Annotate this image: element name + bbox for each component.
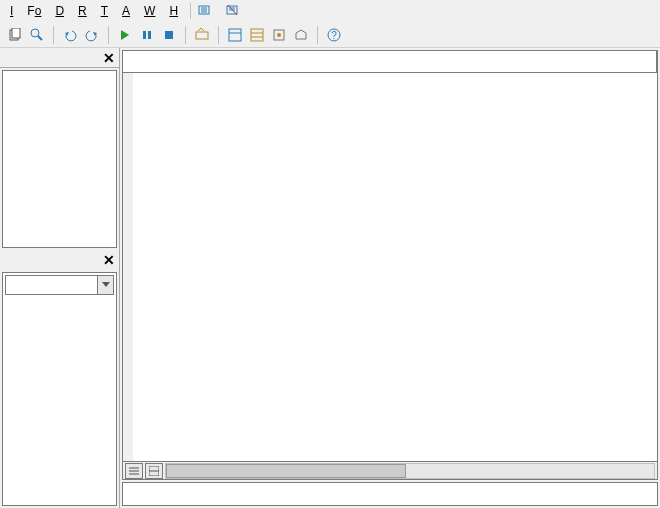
code-editor[interactable] (123, 73, 657, 461)
toolbar-sep (317, 26, 318, 44)
menu-run[interactable]: R (72, 2, 93, 20)
design-mode-icon[interactable] (193, 26, 211, 44)
svg-rect-14 (165, 31, 173, 39)
menu-insert[interactable]: I (4, 2, 19, 20)
copy-icon[interactable] (6, 26, 24, 44)
full-module-view-icon[interactable] (145, 463, 163, 479)
find-icon[interactable] (28, 26, 46, 44)
menu-help[interactable]: H (163, 2, 184, 20)
horizontal-scrollbar[interactable] (165, 463, 655, 479)
menu-window[interactable]: W (138, 2, 161, 20)
run-icon[interactable] (116, 26, 134, 44)
toolbar-sep (185, 26, 186, 44)
immediate-window[interactable] (122, 482, 658, 506)
toolbox-icon[interactable] (292, 26, 310, 44)
svg-rect-13 (148, 31, 151, 39)
svg-text:?: ? (331, 30, 337, 41)
menu-debug[interactable]: D (49, 2, 70, 20)
code-area (120, 48, 660, 508)
menu-bar: I Fo D R T A W H (0, 0, 660, 22)
svg-point-22 (277, 33, 281, 37)
object-browser-icon[interactable] (270, 26, 288, 44)
toolbar-sep (53, 26, 54, 44)
redo-icon[interactable] (83, 26, 101, 44)
toolbar: ? (0, 22, 660, 48)
project-explorer-tree[interactable] (2, 70, 117, 248)
menu-addins[interactable]: A (116, 2, 136, 20)
menu-format[interactable]: Fo (21, 2, 47, 20)
procedure-view-icon[interactable] (125, 463, 143, 479)
help-icon[interactable]: ? (325, 26, 343, 44)
project-explorer-header: ✕ (0, 48, 119, 68)
svg-point-10 (31, 29, 39, 37)
properties-header: ✕ (0, 250, 119, 270)
uncomment-block-icon[interactable] (225, 3, 241, 19)
svg-rect-9 (12, 28, 20, 38)
comment-block-button[interactable] (215, 9, 223, 13)
menu-divider (190, 3, 191, 19)
svg-rect-18 (251, 29, 263, 41)
code-combo-row (123, 51, 657, 73)
properties-icon[interactable] (248, 26, 266, 44)
object-combo[interactable] (123, 51, 657, 72)
reset-icon[interactable] (160, 26, 178, 44)
toolbar-sep (218, 26, 219, 44)
scrollbar-thumb[interactable] (166, 464, 406, 478)
left-side-panel: ✕ ✕ (0, 48, 120, 508)
properties-object-dropdown[interactable] (5, 275, 114, 295)
chevron-down-icon[interactable] (97, 276, 113, 294)
svg-rect-12 (143, 31, 146, 39)
svg-line-11 (38, 36, 42, 40)
undo-icon[interactable] (61, 26, 79, 44)
close-icon[interactable]: ✕ (101, 252, 117, 268)
toolbar-sep (108, 26, 109, 44)
uncomment-block-button[interactable] (243, 9, 251, 13)
break-icon[interactable] (138, 26, 156, 44)
properties-pane (2, 272, 117, 506)
svg-rect-16 (229, 29, 241, 41)
comment-block-icon[interactable] (197, 3, 213, 19)
menu-tools[interactable]: T (95, 2, 114, 20)
code-scroll-row (123, 461, 657, 479)
close-icon[interactable]: ✕ (101, 50, 117, 66)
svg-rect-15 (196, 32, 208, 39)
project-explorer-icon[interactable] (226, 26, 244, 44)
